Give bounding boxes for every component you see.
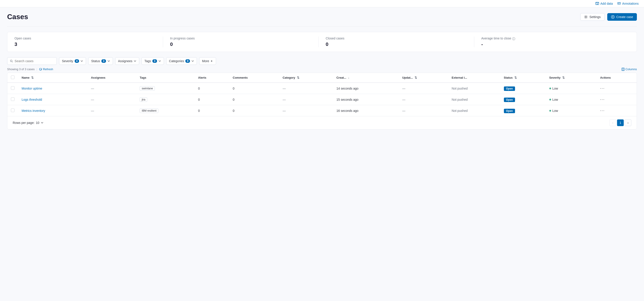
row-name: Logs threshold xyxy=(18,94,87,105)
rows-per-page-value: 10 xyxy=(36,121,40,124)
row-external: Not pushed xyxy=(448,83,500,94)
tags-badge: 3 xyxy=(152,59,157,63)
search-input[interactable] xyxy=(15,59,54,63)
tags-label: Tags xyxy=(144,59,151,63)
status-filter[interactable]: Status 3 xyxy=(88,57,113,65)
table-row: Monitor uptime — swimlane 0 0 — 14 secon… xyxy=(7,83,637,94)
page-header: Cases Settings Create case xyxy=(7,13,637,21)
severity-filter[interactable]: Severity 4 xyxy=(59,57,86,65)
table-footer: Rows per page: 10 ‹ 1 › xyxy=(7,116,637,129)
row-assignees: — xyxy=(87,83,136,94)
assignees-chevron-icon xyxy=(134,60,136,62)
categories-chevron-icon xyxy=(191,60,194,62)
annotations-icon xyxy=(617,2,621,5)
row-status: Open xyxy=(500,105,546,116)
case-name-link[interactable]: Logs threshold xyxy=(22,98,42,101)
row-severity: Low xyxy=(546,105,597,116)
row-comments: 0 xyxy=(229,83,279,94)
select-all-header xyxy=(7,73,18,83)
closed-cases-label: Closed cases xyxy=(326,36,467,40)
row-created: 15 seconds ago xyxy=(333,94,398,105)
page-1-button[interactable]: 1 xyxy=(617,120,624,126)
row-tags: IBM resilient xyxy=(136,105,194,116)
row-severity: Low xyxy=(546,94,597,105)
in-progress-label: In progress cases xyxy=(170,36,312,40)
case-name-link[interactable]: Monitor uptime xyxy=(22,87,42,90)
cases-table: Name ⇅ Assignees Tags Alerts Comments Ca… xyxy=(7,73,637,130)
select-all-checkbox[interactable] xyxy=(11,76,14,79)
tags-filter[interactable]: Tags 3 xyxy=(142,57,164,65)
status-label: Status xyxy=(91,59,100,63)
create-case-button[interactable]: Create case xyxy=(607,13,637,21)
row-checkbox[interactable] xyxy=(11,108,14,112)
th-category[interactable]: Category ⇅ xyxy=(279,73,333,83)
avg-time-label: Average time to close xyxy=(482,36,511,40)
row-checkbox[interactable] xyxy=(11,86,14,90)
columns-button[interactable]: Columns xyxy=(622,68,637,71)
row-checkbox-cell xyxy=(7,94,18,105)
row-assignees: — xyxy=(87,105,136,116)
th-status[interactable]: Status ⇅ xyxy=(500,73,546,83)
th-comments[interactable]: Comments xyxy=(229,73,279,83)
th-severity[interactable]: Severity ⇅ xyxy=(546,73,597,83)
table-header-row: Name ⇅ Assignees Tags Alerts Comments Ca… xyxy=(7,73,637,83)
row-actions-button[interactable]: ··· xyxy=(600,97,605,102)
annotations-link[interactable]: Annotations xyxy=(617,2,639,5)
table-row: Logs threshold — jira 0 0 — 15 seconds a… xyxy=(7,94,637,105)
row-actions-button[interactable]: ··· xyxy=(600,108,605,113)
closed-cases-value: 0 xyxy=(326,42,467,47)
rows-chevron-icon xyxy=(41,122,44,124)
more-filter-button[interactable]: More xyxy=(199,57,216,65)
add-data-link[interactable]: Add data xyxy=(596,2,613,5)
th-alerts[interactable]: Alerts xyxy=(194,73,229,83)
refresh-button[interactable]: Refresh xyxy=(39,68,53,71)
th-name[interactable]: Name ⇅ xyxy=(18,73,87,83)
row-actions: ··· xyxy=(596,94,637,105)
row-updated: — xyxy=(399,94,448,105)
table: Name ⇅ Assignees Tags Alerts Comments Ca… xyxy=(7,73,637,116)
row-name: Monitor uptime xyxy=(18,83,87,94)
search-box[interactable] xyxy=(7,57,57,65)
next-page-button[interactable]: › xyxy=(624,120,631,126)
row-updated: — xyxy=(399,105,448,116)
stats-card: Open cases 3 In progress cases 0 Closed … xyxy=(7,32,637,52)
row-actions: ··· xyxy=(596,83,637,94)
th-external[interactable]: External i... xyxy=(448,73,500,83)
settings-button[interactable]: Settings xyxy=(580,13,604,21)
row-checkbox-cell xyxy=(7,83,18,94)
svg-point-1 xyxy=(585,16,586,18)
assignees-label: Assignees xyxy=(118,59,132,63)
assignees-filter[interactable]: Assignees xyxy=(115,57,140,65)
row-checkbox-cell xyxy=(7,105,18,116)
row-actions-button[interactable]: ··· xyxy=(600,86,605,91)
th-actions: Actions xyxy=(596,73,637,83)
case-name-link[interactable]: Metrics inventory xyxy=(22,109,45,112)
rows-per-page-label: Rows per page: xyxy=(13,121,34,124)
row-comments: 0 xyxy=(229,94,279,105)
row-category: — xyxy=(279,105,333,116)
severity-chevron-icon xyxy=(80,60,83,62)
th-tags[interactable]: Tags xyxy=(136,73,194,83)
in-progress-value: 0 xyxy=(170,42,312,47)
prev-page-button[interactable]: ‹ xyxy=(610,120,616,126)
main-content: Cases Settings Create case Open cases xyxy=(0,7,644,300)
row-comments: 0 xyxy=(229,105,279,116)
categories-filter[interactable]: Categories 0 xyxy=(166,57,197,65)
th-updated[interactable]: Updat... ⇅ xyxy=(399,73,448,83)
row-tags: swimlane xyxy=(136,83,194,94)
info-icon[interactable]: ⓘ xyxy=(512,37,515,41)
row-category: — xyxy=(279,83,333,94)
row-category: — xyxy=(279,94,333,105)
table-row: Metrics inventory — IBM resilient 0 0 — … xyxy=(7,105,637,116)
th-assignees[interactable]: Assignees xyxy=(87,73,136,83)
rows-per-page[interactable]: Rows per page: 10 xyxy=(13,121,44,124)
separator: | xyxy=(36,68,37,71)
row-created: 16 seconds ago xyxy=(333,105,398,116)
open-cases-value: 3 xyxy=(14,42,156,47)
refresh-label: Refresh xyxy=(43,68,53,71)
page-title: Cases xyxy=(7,13,28,21)
showing-row: Showing 3 of 3 cases | Refresh Columns xyxy=(7,68,637,71)
in-progress-stat: In progress cases 0 xyxy=(163,36,319,47)
th-created[interactable]: Creat... ↓ xyxy=(333,73,398,83)
row-checkbox[interactable] xyxy=(11,97,14,101)
